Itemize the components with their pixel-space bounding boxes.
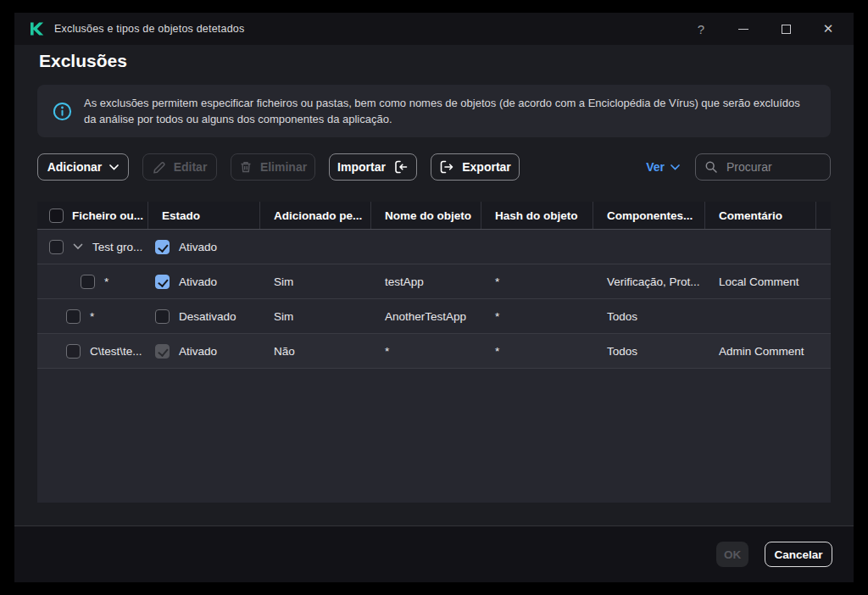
search-box <box>695 153 831 181</box>
table-row[interactable]: C\test\te... Ativado Não * * Todos Admin… <box>37 334 831 369</box>
search-icon <box>704 160 718 174</box>
added-by-cell: Sim <box>260 310 371 323</box>
export-icon <box>439 159 454 175</box>
export-button-label: Exportar <box>462 160 511 174</box>
table-row[interactable]: * Desativado Sim AnotherTestApp * Todos <box>37 299 831 334</box>
add-button[interactable]: Adicionar <box>37 153 129 181</box>
object-hash-cell: * <box>481 275 593 288</box>
header-object-name: Nome do objeto <box>371 202 481 229</box>
maximize-icon <box>782 25 791 34</box>
comment-cell: Local Comment <box>705 275 816 288</box>
import-button-label: Importar <box>337 160 386 174</box>
edit-button-label: Editar <box>174 160 208 174</box>
file-cell: * <box>37 309 148 324</box>
header-added-by: Adicionado pe... <box>260 202 371 229</box>
file-label: C\test\te... <box>90 345 142 358</box>
state-label: Ativado <box>179 275 217 288</box>
minimize-icon <box>738 29 748 30</box>
file-cell: Test gro... <box>37 240 148 254</box>
kaspersky-logo-icon <box>28 20 45 37</box>
view-dropdown[interactable]: Ver <box>646 160 680 174</box>
table-row[interactable]: * Ativado Sim testApp * Verificação, Pro… <box>37 264 831 299</box>
row-checkbox[interactable] <box>49 240 64 254</box>
state-checkbox[interactable] <box>155 240 170 254</box>
header-spacer <box>816 202 831 229</box>
state-checkbox[interactable] <box>155 344 170 359</box>
object-name-cell: AnotherTestApp <box>371 310 481 323</box>
state-checkbox[interactable] <box>155 309 170 324</box>
header-components: Componentes... <box>593 202 705 229</box>
state-checkbox[interactable] <box>155 275 170 289</box>
select-all-checkbox[interactable] <box>49 209 64 223</box>
trash-icon <box>239 160 253 174</box>
import-button[interactable]: Importar <box>329 153 417 181</box>
delete-button[interactable]: Eliminar <box>231 153 315 181</box>
row-checkbox[interactable] <box>66 344 81 359</box>
table-row-group[interactable]: Test gro... Ativado <box>37 230 831 264</box>
dialog-window: Exclusões e tipos de objetos detetados ?… <box>14 13 854 582</box>
state-label: Desativado <box>179 310 236 323</box>
row-checkbox[interactable] <box>81 275 95 289</box>
state-label: Ativado <box>179 241 217 253</box>
state-cell: Desativado <box>148 309 260 324</box>
chevron-down-icon <box>109 164 119 170</box>
components-cell: Todos <box>593 345 705 358</box>
state-cell: Ativado <box>148 240 260 254</box>
expand-chevron-icon[interactable] <box>73 243 83 250</box>
object-name-cell: testApp <box>371 275 481 288</box>
minimize-button[interactable] <box>737 22 750 36</box>
ok-button[interactable]: OK <box>716 542 748 567</box>
add-button-label: Adicionar <box>47 160 103 174</box>
components-cell: Todos <box>593 310 705 323</box>
help-button[interactable]: ? <box>694 22 708 36</box>
delete-button-label: Eliminar <box>260 160 307 174</box>
header-object-hash: Hash do objeto <box>481 202 593 229</box>
table-header-row: Ficheiro ou... Estado Adicionado pe... N… <box>37 202 831 230</box>
file-label: Test gro... <box>92 241 142 253</box>
maximize-button[interactable] <box>779 22 793 36</box>
chevron-down-icon <box>670 164 680 170</box>
window-title: Exclusões e tipos de objetos detetados <box>54 23 244 35</box>
file-cell: C\test\te... <box>37 344 148 359</box>
info-icon <box>53 102 72 121</box>
row-checkbox[interactable] <box>66 309 81 324</box>
export-button[interactable]: Exportar <box>431 153 520 181</box>
edit-button[interactable]: Editar <box>142 153 217 181</box>
toolbar: Adicionar Editar Eliminar Importar <box>37 153 831 181</box>
state-label: Ativado <box>179 345 217 358</box>
header-file-label: Ficheiro ou... <box>72 209 143 222</box>
exclusions-table: Ficheiro ou... Estado Adicionado pe... N… <box>37 202 831 503</box>
header-file: Ficheiro ou... <box>37 202 148 229</box>
view-dropdown-label: Ver <box>646 160 665 174</box>
header-state: Estado <box>148 202 260 229</box>
state-cell: Ativado <box>148 275 260 289</box>
info-banner: As exclusões permitem especificar fichei… <box>37 85 831 137</box>
object-name-cell: * <box>371 345 481 358</box>
added-by-cell: Não <box>260 345 371 358</box>
file-cell: * <box>37 275 148 289</box>
page-title: Exclusões <box>39 51 127 71</box>
header-comment: Comentário <box>705 202 816 229</box>
object-hash-cell: * <box>481 310 593 323</box>
import-icon <box>393 159 409 175</box>
pencil-icon <box>153 160 166 174</box>
titlebar: Exclusões e tipos de objetos detetados ?… <box>14 13 854 45</box>
added-by-cell: Sim <box>260 275 371 288</box>
comment-cell: Admin Comment <box>705 345 816 358</box>
cancel-button[interactable]: Cancelar <box>765 542 832 567</box>
dialog-footer: OK Cancelar <box>14 525 854 582</box>
file-label: * <box>90 310 94 323</box>
close-button[interactable]: ✕ <box>821 22 835 36</box>
state-cell: Ativado <box>148 344 260 359</box>
object-hash-cell: * <box>481 345 593 358</box>
components-cell: Verificação, Prot... <box>593 275 705 288</box>
file-label: * <box>104 275 108 288</box>
banner-text: As exclusões permitem especificar fichei… <box>84 95 814 127</box>
window-controls: ? ✕ <box>694 22 840 36</box>
